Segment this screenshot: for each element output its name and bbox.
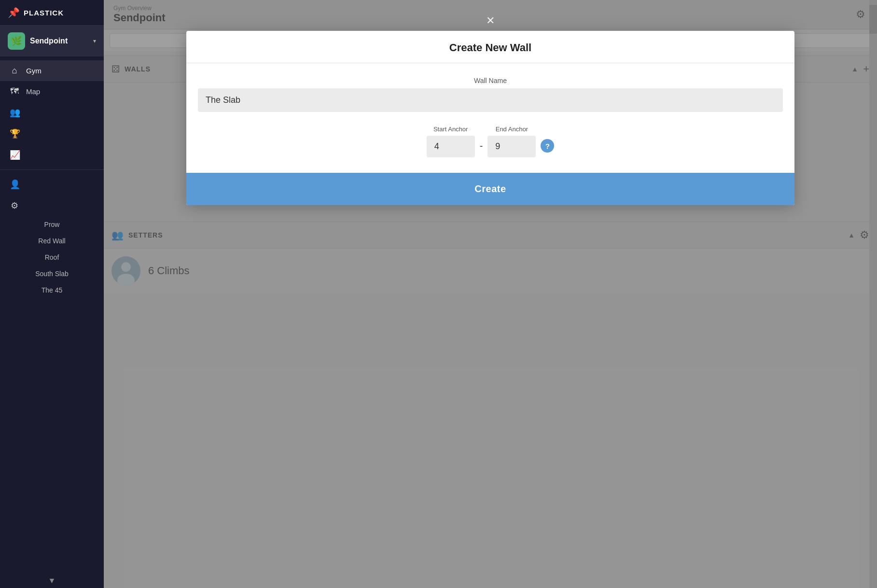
workspace-emoji: 🌿: [11, 36, 22, 46]
modal-box: Create New Wall Wall Name Start Anchor -…: [186, 31, 794, 205]
wall-name-label: Wall Name: [198, 77, 783, 84]
wall-item-prow[interactable]: Prow: [0, 216, 104, 233]
end-anchor-input[interactable]: [487, 136, 536, 157]
wall-item-roof[interactable]: Roof: [0, 249, 104, 266]
help-button[interactable]: ?: [541, 139, 554, 153]
workspace-name: Sendpoint: [30, 37, 88, 45]
sidebar-logo: 📌 PLASTICK: [0, 0, 104, 26]
wall-name-input[interactable]: [198, 88, 783, 112]
sidebar-item-members[interactable]: 👥: [0, 102, 104, 123]
workspace-icon: 🌿: [8, 32, 25, 50]
trophy-icon: 🏆: [10, 128, 19, 139]
logo-text: PLASTICK: [24, 9, 64, 17]
create-wall-button[interactable]: Create: [186, 173, 794, 205]
anchor-dash: -: [480, 140, 483, 157]
sidebar-scroll-down[interactable]: ▼: [0, 574, 104, 588]
gear-icon: ⚙: [10, 200, 19, 211]
modal-title: Create New Wall: [198, 42, 783, 54]
wall-name-group: Wall Name: [198, 77, 783, 112]
modal-body: Wall Name Start Anchor - End Anchor ?: [186, 63, 794, 173]
main-content: Gym Overview Sendpoint ⚙ ⚄ WALLS ▲ + 👥 S…: [104, 0, 877, 588]
chevron-down-icon: ▾: [93, 38, 96, 44]
anchor-row: Start Anchor - End Anchor ?: [198, 126, 783, 157]
start-anchor-input[interactable]: [427, 136, 475, 157]
sidebar-item-gym[interactable]: ⌂ Gym: [0, 60, 104, 81]
end-anchor-group: End Anchor: [487, 126, 536, 157]
start-anchor-label: Start Anchor: [433, 126, 468, 133]
sidebar-item-label: Map: [26, 87, 40, 96]
modal-close-button[interactable]: ✕: [486, 14, 495, 27]
sidebar-item-staff[interactable]: 👤: [0, 174, 104, 195]
home-icon: ⌂: [10, 66, 19, 76]
end-anchor-label: End Anchor: [496, 126, 528, 133]
workspace-selector[interactable]: 🌿 Sendpoint ▾: [0, 26, 104, 56]
sidebar-nav: ⌂ Gym 🗺 Map 👥 🏆 📈 👤 ⚙ Prow Red Wall Roof…: [0, 56, 104, 574]
wall-item-southslab[interactable]: South Slab: [0, 266, 104, 282]
modal-title-bar: Create New Wall: [186, 31, 794, 63]
sidebar-item-analytics[interactable]: 📈: [0, 144, 104, 166]
map-icon: 🗺: [10, 86, 19, 97]
modal-close-bar: ✕: [186, 10, 794, 31]
modal-backdrop: ✕ Create New Wall Wall Name Start Anchor…: [104, 0, 877, 588]
sidebar-item-map[interactable]: 🗺 Map: [0, 81, 104, 102]
wall-item-the45[interactable]: The 45: [0, 282, 104, 298]
sidebar-item-settings[interactable]: ⚙: [0, 195, 104, 216]
start-anchor-group: Start Anchor: [427, 126, 475, 157]
logo-icon: 📌: [8, 7, 20, 18]
wall-item-redwall[interactable]: Red Wall: [0, 233, 104, 249]
sidebar-item-competitions[interactable]: 🏆: [0, 123, 104, 144]
person-icon: 👤: [10, 179, 19, 190]
sidebar: 📌 PLASTICK 🌿 Sendpoint ▾ ⌂ Gym 🗺 Map 👥 🏆…: [0, 0, 104, 588]
wall-list: Prow Red Wall Roof South Slab The 45: [0, 216, 104, 303]
members-icon: 👥: [10, 107, 19, 118]
sidebar-item-label: Gym: [26, 67, 42, 75]
analytics-icon: 📈: [10, 150, 19, 160]
